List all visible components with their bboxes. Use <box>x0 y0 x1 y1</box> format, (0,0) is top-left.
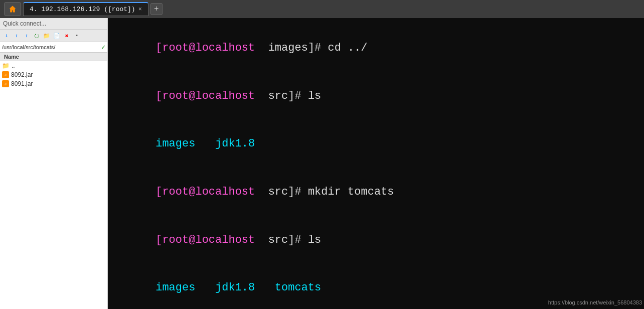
prompt-dir: src]# <box>255 186 308 198</box>
toolbar-btn-4[interactable]: ⭮ <box>32 31 41 40</box>
command: cd ../ <box>328 42 368 54</box>
terminal-line: images jdk1.8 <box>116 120 636 168</box>
file-list-header: Name <box>0 53 107 61</box>
toolbar-btn-6[interactable]: 📄 <box>52 31 61 40</box>
path-check-icon: ✓ <box>101 43 105 51</box>
jar-icon: J <box>2 80 9 87</box>
quick-connect-label: Quick connect... <box>3 20 46 27</box>
sidebar: Quick connect... ⬇ ⬆ ⬆ ⭮ 📁 📄 ✖ ▪ /usr/lo… <box>0 18 108 309</box>
tab-close-button[interactable]: × <box>138 6 142 13</box>
output: images jdk1.8 tomcats <box>155 281 321 294</box>
prompt: [root@localhost <box>155 42 255 54</box>
path-bar: /usr/local/src/tomcats/ ✓ <box>0 42 107 53</box>
command: ls <box>308 90 321 102</box>
home-tab[interactable] <box>4 2 21 16</box>
prompt-dir: src]# <box>255 90 308 102</box>
toolbar-btn-3[interactable]: ⬆ <box>22 31 31 40</box>
jar-icon: J <box>2 71 9 78</box>
file-name: .. <box>12 62 15 69</box>
toolbar-btn-5[interactable]: 📁 <box>42 31 51 40</box>
toolbar-btn-2[interactable]: ⬆ <box>12 31 21 40</box>
name-column-header: Name <box>4 54 19 60</box>
prompt: [root@localhost <box>155 90 255 102</box>
toolbar-btn-7[interactable]: ✖ <box>62 31 71 40</box>
list-item[interactable]: 📁 .. <box>0 61 107 70</box>
top-bar: 4. 192.168.126.129 ([root]) × + <box>0 0 644 18</box>
list-item[interactable]: J 8092.jar <box>0 70 107 79</box>
toolbar-btn-8[interactable]: ▪ <box>72 31 81 40</box>
prompt-dir: src]# <box>255 234 308 246</box>
watermark: https://blog.csdn.net/weixin_56804383 <box>548 299 642 307</box>
file-name: 8092.jar <box>11 71 33 78</box>
main-content: Quick connect... ⬇ ⬆ ⬆ ⭮ 📁 📄 ✖ ▪ /usr/lo… <box>0 18 644 309</box>
folder-icon: 📁 <box>2 62 10 69</box>
prompt: [root@localhost <box>155 186 255 198</box>
terminal-line: [root@localhost src]# mkdir tomcats <box>116 168 636 216</box>
command: mkdir tomcats <box>308 186 394 198</box>
prompt-dir: images]# <box>255 42 328 54</box>
terminal-line: [root@localhost images]# cd ../ <box>116 24 636 72</box>
output: images jdk1.8 <box>155 137 255 150</box>
current-path: /usr/local/src/tomcats/ <box>2 44 55 50</box>
file-name: 8091.jar <box>11 80 33 87</box>
terminal-line: [root@localhost src]# ls <box>116 72 636 120</box>
quick-connect-bar: Quick connect... <box>0 18 107 30</box>
sidebar-toolbar: ⬇ ⬆ ⬆ ⭮ 📁 📄 ✖ ▪ <box>0 30 107 42</box>
terminal-line: [root@localhost src]# ls <box>116 216 636 264</box>
list-item[interactable]: J 8091.jar <box>0 79 107 88</box>
tab-label: 4. 192.168.126.129 ([root]) <box>30 6 135 13</box>
active-tab[interactable]: 4. 192.168.126.129 ([root]) × <box>23 2 148 16</box>
prompt: [root@localhost <box>155 234 255 246</box>
command: ls <box>308 234 321 246</box>
file-list: Name 📁 .. J 8092.jar J 8091.jar <box>0 53 107 309</box>
add-tab-button[interactable]: + <box>150 3 163 15</box>
toolbar-btn-1[interactable]: ⬇ <box>2 31 11 40</box>
terminal[interactable]: [root@localhost images]# cd ../ [root@lo… <box>108 18 644 309</box>
